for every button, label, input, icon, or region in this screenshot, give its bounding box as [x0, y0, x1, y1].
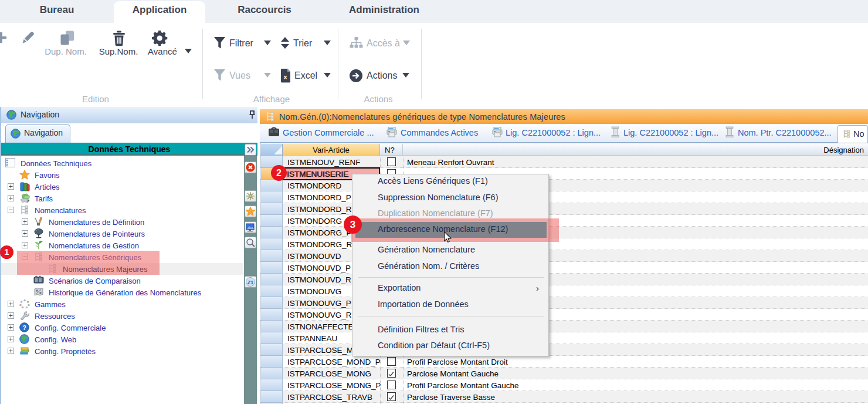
- svg-text:Z1: Z1: [247, 280, 254, 285]
- svg-text:?: ?: [22, 324, 26, 331]
- svg-text:x: x: [283, 73, 287, 80]
